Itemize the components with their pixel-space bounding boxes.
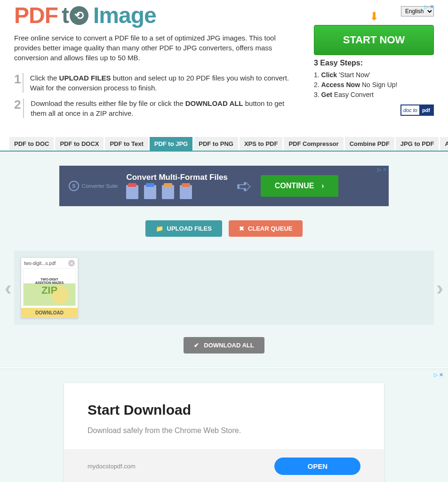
- check-icon: ✔: [194, 342, 199, 349]
- start-now-button[interactable]: START NOW: [314, 25, 434, 55]
- step-2: 2 Download the results either file by fi…: [14, 98, 296, 118]
- file-type-icons: [126, 185, 227, 199]
- remove-file-button[interactable]: ✕: [68, 260, 75, 266]
- carousel-next-button[interactable]: ›: [436, 276, 443, 300]
- tab-pdf-to-text[interactable]: PDF to Text: [105, 137, 148, 151]
- file-card: two-digit...s.pdf ✕ TWO-DIGIT ADDITION M…: [21, 257, 78, 318]
- site-logo[interactable]: PDF t⟲ Image: [14, 2, 156, 28]
- easy-steps-heading: 3 Easy Steps:: [314, 59, 434, 67]
- adchoices-icon[interactable]: ▷ ✕: [377, 167, 387, 173]
- tab-pdf-to-docx[interactable]: PDF to DOCX: [55, 137, 104, 151]
- mydocs-badge[interactable]: doc topdf: [314, 104, 434, 116]
- ad-subtitle: Download safely from the Chrome Web Stor…: [88, 426, 360, 435]
- tab-pdf-to-jpg[interactable]: PDF to JPG: [150, 137, 193, 151]
- download-file-button[interactable]: DOWNLOAD: [21, 308, 78, 318]
- tab-combine-pdf[interactable]: Combine PDF: [345, 137, 394, 151]
- logo-image: Image: [93, 2, 156, 28]
- tab-xps-to-pdf[interactable]: XPS to PDF: [240, 137, 283, 151]
- banner-title: Convert Multi-Format Files: [126, 173, 227, 182]
- converter-suite-logo: SConverter Suite: [69, 181, 118, 191]
- chevron-right-icon: ›: [321, 182, 324, 190]
- file-name: two-digit...s.pdf: [24, 261, 56, 266]
- conversion-area: ▷ ✕ SConverter Suite Convert Multi-Forma…: [0, 151, 448, 368]
- down-arrow-icon: ⬇: [314, 10, 434, 23]
- tab-jpg-to-pdf[interactable]: JPG to PDF: [396, 137, 439, 151]
- download-all-button[interactable]: ✔DOWNLOAD ALL: [184, 337, 264, 353]
- tab-pdf-to-doc[interactable]: PDF to DOC: [9, 137, 54, 151]
- open-button[interactable]: OPEN: [274, 458, 360, 475]
- tab-pdf-to-png[interactable]: PDF to PNG: [194, 137, 238, 151]
- swap-icon: ⟲: [70, 6, 88, 25]
- continue-button[interactable]: CONTINUE›: [261, 175, 338, 197]
- ad-card[interactable]: Start Download Download safely from the …: [64, 383, 384, 482]
- files-queue: ‹ two-digit...s.pdf ✕ TWO-DIGIT ADDITION…: [14, 251, 434, 325]
- step-1: 1 Click the UPLOAD FILES button and sele…: [14, 73, 296, 93]
- ad-domain: mydocstopdf.com: [88, 463, 136, 470]
- ad-title: Start Download: [88, 402, 360, 418]
- carousel-prev-button[interactable]: ‹: [5, 276, 12, 300]
- clear-queue-button[interactable]: ✖CLEAR QUEUE: [229, 220, 303, 237]
- mp3-icon: [162, 185, 174, 199]
- format-tabs: PDF to DOC PDF to DOCX PDF to Text PDF t…: [9, 137, 439, 151]
- banner-advertisement[interactable]: ▷ ✕ SConverter Suite Convert Multi-Forma…: [59, 166, 389, 206]
- pdf-icon: [126, 185, 138, 199]
- close-icon: ✖: [239, 225, 244, 232]
- bottom-advertisement: ▷ ✕ Start Download Download safely from …: [0, 369, 448, 482]
- file-thumbnail: TWO-DIGIT ADDITION MAZES ZIP: [23, 268, 76, 306]
- adchoices-icon[interactable]: ▷ ✕: [314, 4, 434, 10]
- tab-pdf-compressor[interactable]: PDF Compressor: [284, 137, 343, 151]
- page-description: Free online service to convert a PDF fil…: [0, 28, 301, 67]
- logo-to: t⟲: [62, 2, 88, 28]
- tab-any-to-pdf[interactable]: Any to PDF: [440, 137, 448, 151]
- arrow-right-icon: ➪: [236, 175, 252, 197]
- jpg-icon: [180, 185, 192, 199]
- adchoices-icon[interactable]: ▷ ✕: [434, 372, 443, 378]
- doc-icon: [144, 185, 156, 199]
- logo-pdf: PDF: [14, 2, 58, 28]
- folder-icon: 📁: [156, 225, 163, 232]
- sidebar-advertisement: ▷ ✕ ⬇ START NOW 3 Easy Steps: 1. Click '…: [314, 4, 434, 116]
- upload-files-button[interactable]: 📁UPLOAD FILES: [145, 220, 222, 237]
- easy-steps-list: 1. Click 'Start Now' 2. Access Now No Si…: [314, 70, 434, 100]
